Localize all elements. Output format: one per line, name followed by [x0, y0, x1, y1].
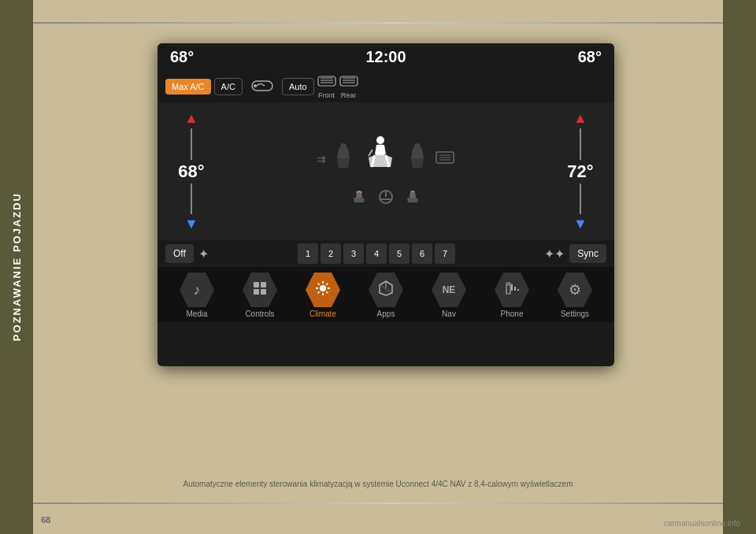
media-hex: ♪ [180, 273, 214, 307]
left-seat-icon[interactable] [332, 143, 354, 175]
nav-item-media[interactable]: ♪ Media [173, 273, 220, 318]
climate-label: Climate [309, 310, 336, 318]
media-label: Media [186, 310, 207, 318]
svg-rect-41 [511, 284, 513, 291]
heated-seat-left-icon[interactable] [350, 188, 368, 209]
svg-rect-43 [517, 289, 519, 291]
left-vent-arrows[interactable]: ⇉ [317, 153, 326, 165]
svg-line-33 [318, 283, 320, 284]
speed-1[interactable]: 1 [298, 243, 318, 264]
speed-buttons: 1 2 3 4 5 6 7 [213, 243, 540, 264]
apps-hex [369, 273, 403, 307]
climate-main: ▲ 68° ▼ ⇉ [158, 102, 614, 240]
infotainment-screen: 68° 12:00 68° Max A/C A/C Auto [158, 43, 614, 366]
speed-4[interactable]: 4 [366, 243, 387, 264]
nav-item-apps[interactable]: Apps [362, 273, 410, 318]
controls-hex [243, 273, 277, 307]
apps-icon [379, 280, 393, 300]
sync-button[interactable]: Sync [569, 244, 606, 263]
deco-line-top [33, 22, 756, 24]
controls-icon [253, 281, 267, 299]
seat-controls-row: ⇉ [222, 134, 550, 184]
svg-line-18 [357, 191, 358, 193]
rear-label: Rear [341, 91, 357, 99]
speed-3[interactable]: 3 [343, 243, 364, 264]
page-background: POZNAWANIE POJAZDU 68° 12:00 68° Max A/C… [0, 0, 756, 534]
nav-item-settings[interactable]: ⚙ Settings [551, 273, 598, 318]
top-bar: 68° 12:00 68° [158, 43, 614, 71]
climate-icon [314, 280, 332, 301]
right-temp-down[interactable]: ▼ [573, 216, 587, 232]
center-seat-icon[interactable] [361, 134, 400, 184]
bottom-nav: ♪ Media Controls [158, 267, 614, 322]
auto-button[interactable]: Auto [282, 78, 314, 95]
heated-seat-right-icon[interactable] [404, 188, 421, 209]
max-ac-button[interactable]: Max A/C [165, 79, 211, 95]
page-number: 68 [41, 515, 50, 525]
nav-item-climate[interactable]: Climate [299, 273, 346, 318]
svg-line-19 [361, 191, 361, 193]
speed-2[interactable]: 2 [321, 243, 341, 264]
media-icon: ♪ [194, 282, 201, 299]
svg-line-34 [326, 291, 328, 293]
svg-point-11 [376, 136, 384, 144]
svg-point-1 [254, 84, 257, 87]
bottom-seat-icons [350, 188, 421, 209]
watermark: carmanualsonline.info [664, 519, 740, 528]
svg-point-10 [340, 143, 346, 150]
right-seat-icon[interactable] [406, 143, 428, 175]
front-defrost-icon[interactable]: Front [317, 74, 336, 99]
left-temp-up[interactable]: ▲ [184, 110, 198, 127]
temp-line-left2 [191, 184, 192, 215]
speed-5[interactable]: 5 [389, 243, 410, 264]
side-label: POZNAWANIE POJAZDU [0, 0, 33, 534]
right-temp: 68° [578, 48, 602, 66]
climate-hex [306, 273, 340, 307]
left-temp: 68° [170, 48, 194, 66]
phone-label: Phone [501, 310, 524, 318]
svg-rect-26 [254, 289, 259, 295]
right-temp-value: 72° [567, 161, 593, 182]
control-row: Max A/C A/C Auto [158, 71, 614, 102]
svg-point-12 [414, 143, 421, 150]
ac-button[interactable]: A/C [214, 78, 243, 95]
svg-line-36 [318, 291, 320, 293]
nav-item-nav[interactable]: NE Nav [425, 273, 472, 318]
svg-rect-24 [254, 282, 259, 287]
phone-icon [505, 281, 519, 299]
recirculate-icon[interactable] [246, 76, 279, 98]
fan-icon-right[interactable]: ✦✦ [544, 247, 565, 261]
right-temp-up[interactable]: ▲ [573, 110, 587, 127]
fan-icon-left[interactable]: ✦ [198, 247, 209, 261]
right-column [723, 0, 756, 534]
center-seat-area: ⇉ [222, 107, 550, 235]
front-label: Front [318, 91, 335, 99]
left-temp-control: ▲ 68° ▼ [164, 107, 219, 235]
controls-label: Controls [245, 310, 274, 318]
caption: Automatyczne elementy sterowania klimaty… [122, 480, 634, 488]
right-vent-arrows[interactable] [435, 147, 455, 170]
deco-line-bottom [33, 502, 756, 504]
speed-6[interactable]: 6 [412, 243, 432, 264]
nav-icon-el: NE [443, 284, 456, 295]
fan-row: Off ✦ 1 2 3 4 5 6 7 ✦✦ Sync [158, 240, 614, 267]
heated-steering-icon[interactable] [377, 188, 395, 209]
settings-hex: ⚙ [558, 273, 592, 307]
settings-label: Settings [561, 310, 589, 318]
svg-rect-40 [507, 284, 510, 286]
temp-line-right [580, 128, 581, 160]
svg-rect-27 [261, 289, 266, 295]
nav-item-phone[interactable]: Phone [488, 273, 536, 318]
temp-line-left [191, 128, 192, 160]
rear-defrost-icon[interactable]: Rear [339, 74, 358, 99]
nav-hex: NE [432, 273, 466, 307]
nav-item-controls[interactable]: Controls [236, 273, 284, 318]
phone-hex [495, 273, 529, 307]
svg-rect-25 [261, 282, 266, 287]
fan-off-button[interactable]: Off [165, 244, 194, 263]
left-temp-down[interactable]: ▼ [184, 216, 198, 232]
nav-label-el: Nav [442, 310, 456, 318]
left-temp-value: 68° [178, 161, 204, 182]
clock: 12:00 [365, 48, 406, 66]
speed-7[interactable]: 7 [435, 243, 455, 264]
